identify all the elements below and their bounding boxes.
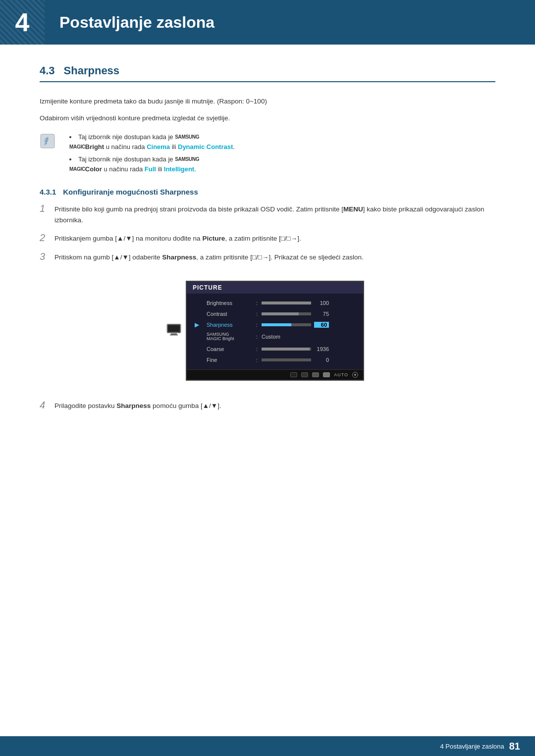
- osd-title: PICTURE: [187, 282, 363, 294]
- osd-label-brightness: Brightness: [207, 300, 256, 306]
- step-4: 4 Prilagodite postavku Sharpness pomoću …: [40, 401, 495, 411]
- steps-container: 1 Pritisnite bilo koji gumb na prednjoj …: [40, 204, 495, 411]
- main-content: 4.3 Sharpness Izmijenite konture predmet…: [0, 45, 535, 449]
- monitor-side-icon: [166, 322, 182, 338]
- note-line-1: Taj izbornik nije dostupan kada je SAMSU…: [69, 132, 235, 151]
- osd-bar-coarse: 1936: [262, 346, 329, 352]
- osd-value-coarse: 1936: [314, 346, 329, 352]
- osd-btn-1: [290, 372, 297, 377]
- subsection-heading: 4.3.1 Konfiguriranje mogućnosti Sharpnes…: [40, 188, 495, 196]
- osd-btn-2: [301, 372, 308, 377]
- page-footer: 4 Postavljanje zaslona 81: [0, 736, 535, 756]
- cinema-link: Cinema: [147, 143, 170, 151]
- osd-row-brightness: Brightness : 100: [187, 298, 363, 308]
- osd-bar-fine: 0: [262, 357, 329, 363]
- osd-body: Brightness : 100 Contrast : 75: [187, 294, 363, 370]
- osd-value-brightness: 100: [314, 300, 329, 306]
- osd-value-contrast: 75: [314, 311, 329, 317]
- intelligent-link: Intelligent: [164, 165, 194, 173]
- picture-bold: Picture: [202, 235, 225, 242]
- section-heading: 4.3 Sharpness: [40, 64, 495, 82]
- body-para1: Izmijenite konture predmeta tako da budu…: [40, 96, 495, 107]
- step-1-number: 1: [40, 203, 54, 214]
- footer-page-number: 81: [509, 741, 520, 752]
- subsection-title: Konfiguriranje mogućnosti Sharpness: [63, 188, 198, 196]
- menu-bold: MENU: [343, 205, 363, 213]
- section-number: 4.3: [40, 64, 55, 77]
- chapter-title: Postavljanje zaslona: [45, 13, 214, 32]
- section-title: Sharpness: [64, 64, 120, 77]
- sharpness-bold-4: Sharpness: [116, 402, 151, 409]
- step-2: 2 Pritiskanjem gumba [▲/▼] na monitoru d…: [40, 233, 495, 244]
- note-lines: Taj izbornik nije dostupan kada je SAMSU…: [61, 132, 235, 174]
- osd-selector-arrow: ▶: [195, 321, 199, 328]
- osd-value-sharpness: 60: [314, 322, 329, 328]
- full-link: Full: [145, 165, 156, 173]
- step-2-text: Pritiskanjem gumba [▲/▼] na monitoru dođ…: [54, 233, 495, 244]
- osd-row-magic-bright: SAMSUNGMAGIC Bright : Custom: [187, 330, 363, 344]
- osd-bar-sharpness: 60: [262, 322, 329, 328]
- osd-btn-4: [323, 372, 330, 377]
- svg-rect-6: [170, 334, 178, 335]
- step-3: 3 Pritiskom na gumb [▲/▼] odaberite Shar…: [40, 252, 495, 263]
- osd-label-contrast: Contrast: [207, 311, 256, 317]
- note-block: Taj izbornik nije dostupan kada je SAMSU…: [40, 132, 495, 174]
- osd-bottom-bar: AUTO: [187, 369, 363, 380]
- osd-value-magic-bright: Custom: [262, 334, 280, 340]
- step-4-text: Prilagodite postavku Sharpness pomoću gu…: [54, 401, 495, 411]
- osd-row-sharpness: ▶ Sharpness : 60: [187, 319, 363, 330]
- step-3-number: 3: [40, 251, 54, 262]
- step-4-number: 4: [40, 400, 54, 411]
- osd-label-sharpness: Sharpness: [207, 322, 256, 328]
- body-para2: Odabirom viših vrijednosti konture predm…: [40, 113, 495, 124]
- osd-bar-contrast: 75: [262, 311, 329, 317]
- note-line-2: Taj izbornik nije dostupan kada je SAMSU…: [69, 154, 235, 174]
- sharpness-bold-3: Sharpness: [162, 253, 196, 261]
- footer-text: 4 Postavljanje zaslona: [440, 743, 504, 750]
- page-header: 4 Postavljanje zaslona: [0, 0, 535, 45]
- step-2-number: 2: [40, 232, 54, 244]
- step-3-text: Pritiskom na gumb [▲/▼] odaberite Sharpn…: [54, 252, 495, 263]
- osd-power-btn: [352, 372, 358, 378]
- chapter-number: 4: [15, 7, 30, 37]
- osd-value-fine: 0: [314, 357, 329, 363]
- osd-display: PICTURE Brightness : 100 Contrast: [186, 281, 364, 381]
- osd-btn-3: [312, 372, 319, 377]
- subsection-number: 4.3.1: [40, 188, 56, 196]
- osd-label-fine: Fine: [207, 357, 256, 363]
- step-1: 1 Pritisnite bilo koji gumb na prednjoj …: [40, 204, 495, 225]
- dynamic-contrast-link: Dynamic Contrast: [178, 143, 233, 151]
- osd-label-coarse: Coarse: [207, 346, 256, 352]
- osd-label-magic-bright: SAMSUNGMAGIC Bright: [207, 332, 256, 342]
- osd-row-contrast: Contrast : 75: [187, 308, 363, 319]
- osd-auto-text: AUTO: [334, 372, 348, 377]
- chapter-number-box: 4: [0, 0, 45, 45]
- osd-row-fine: Fine : 0: [187, 354, 363, 365]
- note-icon: [40, 133, 55, 149]
- osd-bar-brightness: 100: [262, 300, 329, 306]
- osd-screenshot-wrapper: PICTURE Brightness : 100 Contrast: [54, 271, 495, 391]
- svg-rect-4: [168, 325, 180, 332]
- step-1-text: Pritisnite bilo koji gumb na prednjoj st…: [54, 204, 495, 225]
- osd-row-coarse: Coarse : 1936: [187, 344, 363, 354]
